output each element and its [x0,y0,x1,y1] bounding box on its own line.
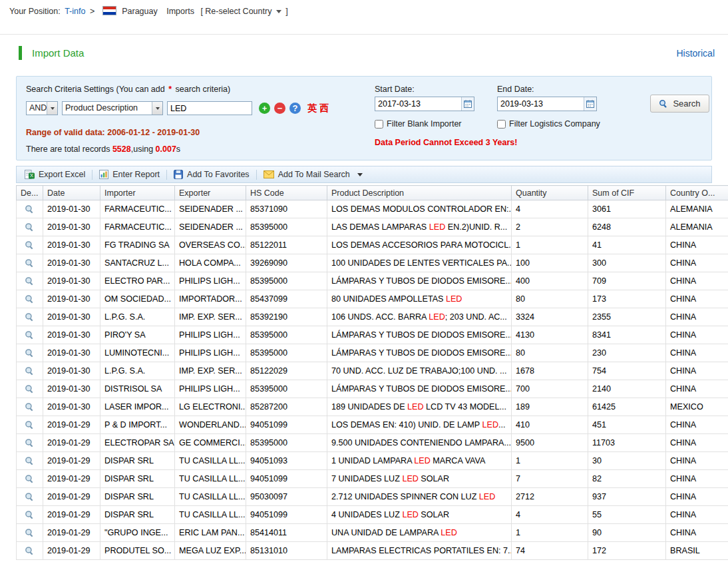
column-header-6[interactable]: Quantity [512,186,588,200]
column-header-7[interactable]: Sum of CIF [588,186,666,200]
filter-blank-importer-input[interactable] [375,120,383,129]
cell-exporter: ERIC LAM PAN... [175,524,246,542]
remove-criteria-button[interactable]: − [274,103,285,114]
column-header-2[interactable]: Importer [100,186,175,200]
cell-country: CHINA [666,524,728,542]
help-button[interactable]: ? [289,103,301,114]
column-header-3[interactable]: Exporter [175,186,246,200]
add-criteria-button[interactable]: + [259,103,270,114]
row-detail-button[interactable] [17,272,43,290]
calendar-icon[interactable] [461,97,474,111]
column-header-4[interactable]: HS Code [246,186,327,200]
cell-exporter: PHILIPS LIGH... [175,272,246,290]
cell-exporter: TU CASILLA LL... [175,452,246,470]
row-detail-button[interactable] [17,452,43,470]
magnifier-icon [25,222,35,232]
row-detail-button[interactable] [17,416,43,434]
table-row: 2019-01-30LASER IMPOR...LG ELECTRONI...8… [17,398,728,416]
cell-cif: 8341 [588,326,666,344]
cell-importer: ELECTRO PAR... [100,272,175,290]
cell-hs: 85395000 [246,218,327,236]
calendar-icon[interactable] [584,97,596,111]
row-detail-button[interactable] [17,200,43,218]
export-excel-button[interactable]: X Export Excel [22,170,88,179]
row-detail-button[interactable] [17,218,43,236]
reselect-close-bracket: ] [285,7,287,16]
language-english-button[interactable]: 英 [307,103,317,115]
search-keyword-input[interactable] [167,101,252,115]
filter-logistics-company-checkbox[interactable]: Filter Logistics Company [497,119,600,129]
row-detail-button[interactable] [17,542,43,560]
column-header-5[interactable]: Product Description [327,186,512,200]
cell-importer: FARMACEUTIC... [100,200,175,218]
cell-country: CHINA [666,452,728,470]
cell-country: CHINA [666,344,728,362]
keyword-highlight: LED [429,312,445,322]
row-detail-button[interactable] [17,290,43,308]
row-detail-button[interactable] [17,308,43,326]
row-detail-button[interactable] [17,470,43,488]
table-row: 2019-01-29PRODUTEL SO...MEGA LUZ EXP...8… [17,542,728,560]
end-date-label: End Date: [497,85,597,94]
row-detail-button[interactable] [17,524,43,542]
add-to-mail-search-button[interactable]: Add To Mail Search [261,170,367,179]
magnifier-icon [25,528,35,538]
cell-exporter: GE COMMERCI... [175,434,246,452]
table-row: 2019-01-30OM SOCIEDAD...IMPORTADOR...854… [17,290,728,308]
cell-cif: 82 [588,470,666,488]
row-detail-button[interactable] [17,380,43,398]
cell-date: 2019-01-29 [43,416,100,434]
cell-country: CHINA [666,470,728,488]
cell-qty: 1678 [512,362,588,380]
row-detail-button[interactable] [17,344,43,362]
search-button[interactable]: Search [650,95,709,113]
column-header-0[interactable]: De... [17,186,43,200]
tinfo-link[interactable]: T-info [65,7,85,16]
row-detail-button[interactable] [17,506,43,524]
cell-qty: 80 [512,344,588,362]
filter-logistics-company-input[interactable] [497,120,506,129]
row-detail-button[interactable] [17,398,43,416]
end-date-input[interactable] [498,97,584,111]
row-detail-button[interactable] [17,362,43,380]
enter-report-button[interactable]: Enter Report [96,170,162,179]
cell-cif: 230 [588,344,666,362]
records-time: 0.007 [156,144,176,154]
column-header-8[interactable]: Country O... [666,186,728,200]
cell-hs: 85395000 [246,326,327,344]
column-header-1[interactable]: Date [43,186,100,200]
cell-date: 2019-01-30 [43,326,100,344]
row-detail-button[interactable] [17,488,43,506]
cell-importer: PIRO'Y SA [100,326,175,344]
reselect-country-control[interactable]: [ Re-select Country ] [200,7,287,16]
valid-data-range-text: Range of valid data: 2006-01-12 - 2019-0… [26,128,200,137]
filter-blank-importer-checkbox[interactable]: Filter Blank Importer [375,119,462,129]
period-warning-text: Data Period Cannot Exceed 3 Years! [375,138,517,147]
cell-country: CHINA [666,308,728,326]
search-field-select[interactable]: Product Description [62,101,163,115]
cell-exporter: TU CASILLA LL... [175,488,246,506]
historical-link[interactable]: Historical [676,48,715,59]
keyword-highlight: LED [441,528,457,537]
language-spanish-button[interactable]: 西 [319,103,329,115]
mail-icon [264,170,274,178]
search-button-label: Search [673,99,700,109]
title-prefix: Search Criteria Settings (You can add [26,85,167,94]
toolbar-separator [166,170,167,180]
row-detail-button[interactable] [17,254,43,272]
boolean-operator-select[interactable]: AND [26,101,58,115]
row-detail-button[interactable] [17,326,43,344]
cell-country: CHINA [666,272,728,290]
cell-exporter: IMP. EXP. SER... [175,308,246,326]
cell-qty: 74 [512,542,588,560]
results-table: De...DateImporterExporterHS CodeProduct … [16,185,728,560]
start-date-input[interactable] [375,97,461,111]
row-detail-button[interactable] [17,434,43,452]
table-row: 2019-01-30PIRO'Y SAPHILIPS LIGH...853950… [17,326,728,344]
cell-date: 2019-01-29 [43,452,100,470]
cell-cif: 709 [588,272,666,290]
cell-hs: 85437099 [246,290,327,308]
add-to-favorites-button[interactable]: Add To Favorites [171,170,252,179]
table-row: 2019-01-30SANTACRUZ L...HOLA COMPA...392… [17,254,728,272]
row-detail-button[interactable] [17,236,43,254]
